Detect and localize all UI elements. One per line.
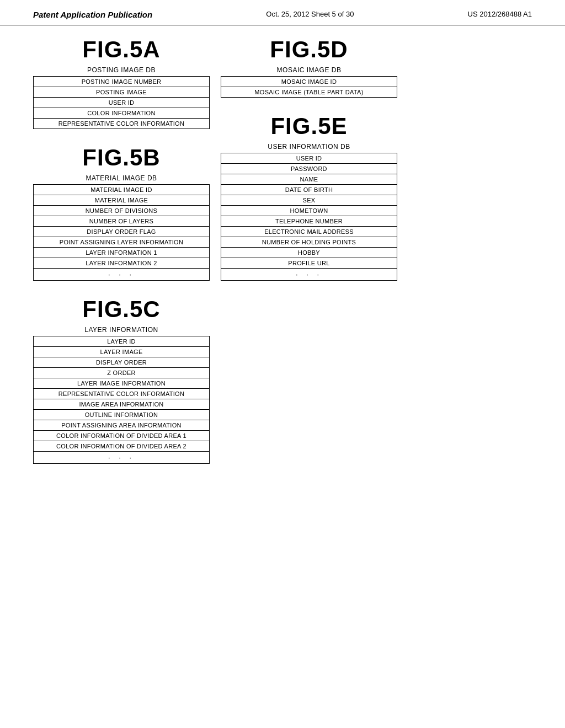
table-row: MATERIAL IMAGE ID	[34, 185, 210, 195]
table-row: POSTING IMAGE	[34, 87, 210, 98]
fig5e-table: USER IDPASSWORDNAMEDATE OF BIRTHSEXHOMET…	[221, 153, 397, 281]
table-row: COLOR INFORMATION OF DIVIDED AREA 2	[34, 441, 210, 452]
fig5b-section: FIG.5B MATERIAL IMAGE DB MATERIAL IMAGE …	[33, 144, 210, 281]
table-row: OUTLINE INFORMATION	[34, 410, 210, 420]
fig5b-table: MATERIAL IMAGE IDMATERIAL IMAGENUMBER OF…	[33, 184, 210, 281]
table-row: POINT ASSIGNING LAYER INFORMATION	[34, 237, 210, 248]
table-row: USER ID	[221, 153, 397, 164]
table-row: SEX	[221, 195, 397, 206]
table-row: DISPLAY ORDER FLAG	[34, 227, 210, 237]
fig5e-section: FIG.5E USER INFORMATION DB USER IDPASSWO…	[221, 113, 397, 281]
fig5c-table: LAYER IDLAYER IMAGEDISPLAY ORDERZ ORDERL…	[33, 336, 210, 464]
table-row: HOBBY	[221, 248, 397, 258]
table-row: POINT ASSIGNING AREA INFORMATION	[34, 420, 210, 431]
table-row: MOSAIC IMAGE (TABLE PART DATA)	[221, 87, 397, 98]
fig5b-db-label: MATERIAL IMAGE DB	[33, 174, 210, 182]
table-row: REPRESENTATIVE COLOR INFORMATION	[34, 119, 210, 129]
publication-number: US 2012/268488 A1	[468, 10, 532, 18]
table-row: ELECTRONIC MAIL ADDRESS	[221, 227, 397, 237]
main-content: FIG.5A POSTING IMAGE DB POSTING IMAGE NU…	[0, 31, 565, 485]
page-header: Patent Application Publication Oct. 25, …	[0, 0, 565, 25]
table-row: NUMBER OF LAYERS	[34, 216, 210, 227]
fig5c-db-label: LAYER INFORMATION	[33, 326, 210, 334]
table-row: TELEPHONE NUMBER	[221, 216, 397, 227]
fig5d-table: MOSAIC IMAGE IDMOSAIC IMAGE (TABLE PART …	[221, 76, 397, 98]
table-row: NAME	[221, 174, 397, 185]
fig5b-title: FIG.5B	[33, 144, 210, 171]
table-row: Z ORDER	[34, 368, 210, 378]
table-row: MATERIAL IMAGE	[34, 195, 210, 206]
fig5d-section: FIG.5D MOSAIC IMAGE DB MOSAIC IMAGE IDMO…	[221, 36, 397, 98]
table-row: DISPLAY ORDER	[34, 357, 210, 368]
fig5e-title: FIG.5E	[221, 113, 397, 140]
fig5a-title: FIG.5A	[33, 36, 210, 63]
table-row: DATE OF BIRTH	[221, 185, 397, 195]
table-row: NUMBER OF DIVISIONS	[34, 206, 210, 216]
table-row: · · ·	[221, 269, 397, 281]
fig5a-section: FIG.5A POSTING IMAGE DB POSTING IMAGE NU…	[33, 36, 210, 129]
table-row: REPRESENTATIVE COLOR INFORMATION	[34, 389, 210, 399]
table-row: LAYER IMAGE INFORMATION	[34, 378, 210, 389]
table-row: COLOR INFORMATION	[34, 108, 210, 119]
table-row: IMAGE AREA INFORMATION	[34, 399, 210, 410]
left-column: FIG.5A POSTING IMAGE DB POSTING IMAGE NU…	[33, 36, 210, 479]
table-row: POSTING IMAGE NUMBER	[34, 77, 210, 87]
table-row: LAYER IMAGE	[34, 347, 210, 357]
fig5a-db-label: POSTING IMAGE DB	[33, 66, 210, 74]
fig5c-section: FIG.5C LAYER INFORMATION LAYER IDLAYER I…	[33, 296, 210, 464]
fig5a-table: POSTING IMAGE NUMBERPOSTING IMAGEUSER ID…	[33, 76, 210, 129]
table-row: COLOR INFORMATION OF DIVIDED AREA 1	[34, 431, 210, 441]
fig5d-title: FIG.5D	[221, 36, 397, 63]
table-row: MOSAIC IMAGE ID	[221, 77, 397, 87]
table-row: · · ·	[34, 269, 210, 281]
table-row: HOMETOWN	[221, 206, 397, 216]
table-row: LAYER INFORMATION 1	[34, 248, 210, 258]
fig5e-db-label: USER INFORMATION DB	[221, 143, 397, 151]
table-row: NUMBER OF HOLDING POINTS	[221, 237, 397, 248]
table-row: PROFILE URL	[221, 258, 397, 269]
publication-label: Patent Application Publication	[33, 10, 152, 19]
fig5c-title: FIG.5C	[33, 296, 210, 323]
table-row: LAYER INFORMATION 2	[34, 258, 210, 269]
table-row: PASSWORD	[221, 164, 397, 174]
right-column: FIG.5D MOSAIC IMAGE DB MOSAIC IMAGE IDMO…	[221, 36, 397, 479]
fig5d-db-label: MOSAIC IMAGE DB	[221, 66, 397, 74]
publication-date: Oct. 25, 2012 Sheet 5 of 30	[266, 10, 354, 18]
table-row: USER ID	[34, 98, 210, 108]
table-row: · · ·	[34, 452, 210, 464]
table-row: LAYER ID	[34, 336, 210, 347]
